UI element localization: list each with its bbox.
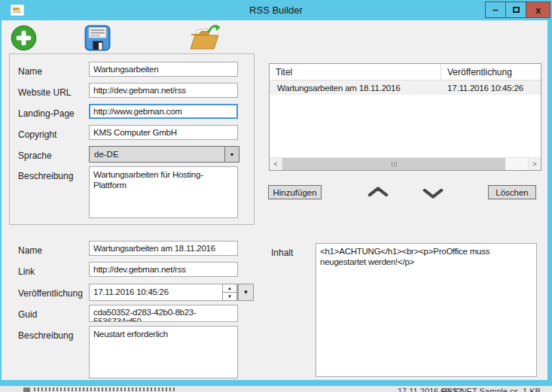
maximize-button[interactable] bbox=[505, 2, 526, 18]
item-guid-input[interactable]: cda50352-d283-42b0-8b23- 5536734cf50 bbox=[89, 305, 238, 322]
chevron-down-icon: ▼ bbox=[230, 152, 235, 157]
scrollbar-thumb[interactable] bbox=[282, 158, 505, 170]
add-feed-button[interactable] bbox=[11, 25, 37, 53]
minimize-icon: – bbox=[493, 4, 499, 16]
column-header-veroeffentlichung[interactable]: Veröffentlichung bbox=[441, 67, 541, 77]
inhalt-textarea[interactable]: <h1>ACHTUNG</h1><br><p>ProOffice muss ne… bbox=[316, 243, 537, 377]
save-feed-button[interactable] bbox=[84, 25, 111, 53]
datetime-value: 17.11.2016 10:45:26 bbox=[93, 287, 169, 296]
background-file-icon bbox=[23, 387, 30, 392]
feed-beschreibung-label: Beschreibung bbox=[18, 171, 73, 181]
feed-sprache-combobox[interactable]: de-DE ▼ bbox=[89, 146, 239, 163]
calendar-dropdown-icon: ▼ bbox=[243, 289, 249, 296]
combobox-selected-value: de-DE bbox=[90, 150, 224, 159]
item-link-label: Link bbox=[18, 266, 35, 277]
items-list[interactable]: Titel Veröffentlichung Wartungsarbeiten … bbox=[269, 63, 541, 171]
guid-line2: 5536734cf50 bbox=[93, 317, 233, 322]
feed-copyright-label: Copyright bbox=[18, 129, 56, 140]
feed-website-url-input[interactable] bbox=[89, 83, 238, 98]
datetime-dropdown-button[interactable]: ▼ bbox=[238, 284, 254, 301]
screen: 17.11.2016 09:22 RSS.NET Sample.cs 1 KB … bbox=[0, 0, 552, 392]
chevron-down-icon bbox=[422, 189, 444, 199]
scroll-left-button[interactable]: < bbox=[270, 158, 282, 170]
combobox-dropdown-button[interactable]: ▼ bbox=[224, 147, 239, 162]
spin-down-icon: ▼ bbox=[227, 294, 232, 299]
veroeffentlichung-datetime-picker[interactable]: 17.11.2016 10:45:26 bbox=[89, 284, 238, 301]
item-beschreibung-label: Beschreibung bbox=[18, 330, 73, 341]
column-header-titel[interactable]: Titel bbox=[270, 64, 441, 80]
open-folder-icon bbox=[188, 23, 221, 52]
minimize-button[interactable]: – bbox=[485, 2, 506, 18]
list-item-veroeffentlichung: 17.11.2016 10:45:26 bbox=[441, 84, 541, 93]
datetime-spinner: ▲ ▼ bbox=[222, 284, 237, 301]
close-icon: x bbox=[535, 5, 541, 16]
window-title: RSS Builder bbox=[0, 5, 552, 16]
window-controls: – x bbox=[486, 2, 550, 18]
feed-website-url-label: Website URL bbox=[18, 87, 71, 98]
feed-sprache-label: Sprache bbox=[18, 150, 52, 161]
feed-copyright-input[interactable] bbox=[89, 125, 238, 140]
feed-landing-page-label: Landing-Page bbox=[18, 108, 75, 119]
close-button[interactable]: x bbox=[526, 2, 550, 18]
item-link-input[interactable] bbox=[89, 262, 238, 277]
horizontal-scrollbar[interactable]: < > bbox=[270, 157, 541, 170]
item-veroeffentlichung-label: Veröffentlichung bbox=[18, 288, 83, 299]
spin-down-button[interactable]: ▼ bbox=[222, 292, 237, 301]
item-beschreibung-textarea[interactable]: Neustart erforderlich bbox=[89, 326, 238, 378]
background-file-name: RSS.NET Sample.cs bbox=[441, 387, 518, 392]
background-text-smudge bbox=[34, 387, 175, 391]
item-name-label: Name bbox=[18, 245, 42, 256]
item-name-input[interactable] bbox=[89, 241, 238, 256]
item-guid-label: Guid bbox=[18, 309, 37, 320]
feed-beschreibung-textarea[interactable]: Wartungsarbeiten für Hosting-Plattform bbox=[89, 166, 238, 218]
inhalt-label: Inhalt bbox=[271, 248, 293, 258]
move-item-down-button[interactable] bbox=[422, 189, 444, 201]
feed-name-input[interactable] bbox=[89, 62, 238, 77]
spin-up-icon: ▲ bbox=[227, 286, 232, 290]
background-file-size: 1 KB bbox=[523, 387, 541, 392]
hinzufuegen-button[interactable]: Hinzufügen bbox=[268, 185, 322, 199]
open-feed-button[interactable] bbox=[188, 23, 221, 54]
items-list-header: Titel Veröffentlichung bbox=[270, 64, 541, 81]
scroll-right-button[interactable]: > bbox=[528, 158, 541, 170]
app-icon bbox=[11, 5, 24, 16]
feed-name-label: Name bbox=[18, 66, 42, 77]
maximize-icon bbox=[513, 7, 520, 13]
list-item-row[interactable]: Wartungsarbeiten am 18.11.2016 17.11.201… bbox=[270, 81, 541, 95]
save-icon bbox=[84, 25, 111, 51]
loeschen-button[interactable]: Löschen bbox=[488, 185, 536, 199]
plus-icon bbox=[11, 25, 37, 51]
move-item-up-button[interactable] bbox=[367, 187, 389, 199]
feed-landing-page-input[interactable] bbox=[89, 104, 238, 119]
chevron-up-icon bbox=[367, 187, 389, 196]
list-item-titel: Wartungsarbeiten am 18.11.2016 bbox=[270, 84, 441, 93]
guid-line1: cda50352-d283-42b0-8b23- bbox=[93, 308, 233, 317]
